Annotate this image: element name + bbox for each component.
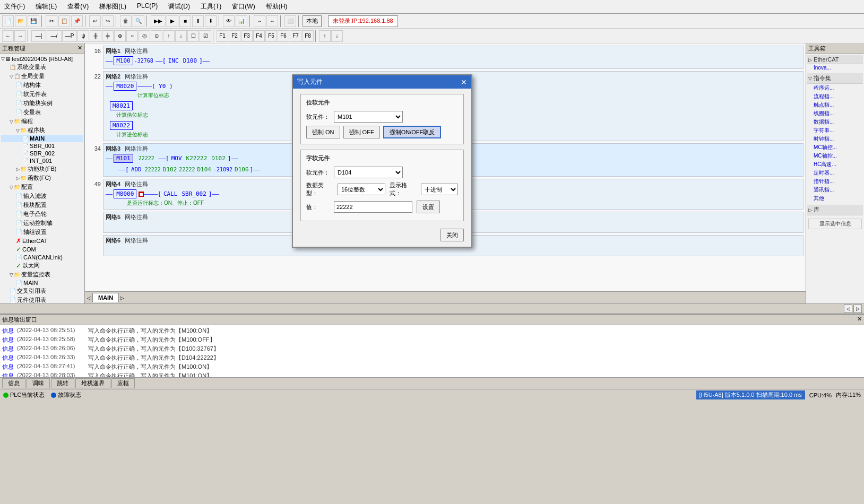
bit-device-select[interactable]: M101 xyxy=(334,111,403,123)
tb2-f4[interactable]: F4 xyxy=(253,30,265,42)
nav-arrow-right[interactable]: ▷ xyxy=(120,295,124,301)
datatype-select[interactable]: 16位整数 xyxy=(338,184,385,195)
tb2-5[interactable]: ╫ xyxy=(90,30,101,42)
contact-m8020[interactable]: M8020 xyxy=(114,82,136,91)
tb2-4[interactable]: ψ xyxy=(77,30,89,42)
menu-edit[interactable]: 编辑(E) xyxy=(33,1,59,12)
tb2-8[interactable]: ○ xyxy=(126,30,138,42)
local-button[interactable]: 本地 xyxy=(303,15,322,27)
tb-io[interactable]: ⬜ xyxy=(284,15,296,27)
tree-devuse[interactable]: 📄 元件使用表 xyxy=(1,296,83,303)
tree-struct[interactable]: 📄 结构体 xyxy=(1,81,83,90)
menu-help[interactable]: 帮助(H) xyxy=(264,1,290,12)
tree-ethernet[interactable]: ✓ 以太网 xyxy=(1,261,83,270)
tree-varmon[interactable]: ▽ 📁 变量监控表 xyxy=(1,270,83,279)
tb2-next[interactable]: → xyxy=(14,30,26,42)
tree-ethercat[interactable]: ✗ EtherCAT xyxy=(1,237,83,245)
tree-sbr002[interactable]: 📄 SBR_002 xyxy=(1,150,83,157)
tb2-down[interactable]: ↓ xyxy=(331,30,343,42)
tree-sbr001[interactable]: 📄 SBR_001 xyxy=(1,142,83,150)
tb-save[interactable]: 💾 xyxy=(28,15,39,27)
tb-plc-right[interactable]: → xyxy=(254,15,265,27)
menu-plc[interactable]: PLC(P) xyxy=(135,1,160,12)
tree-axisgroup[interactable]: 📄 轴组设置 xyxy=(1,228,83,237)
info-nav-left[interactable]: ◁ xyxy=(844,305,852,313)
instr-coil[interactable]: 线圈指... xyxy=(811,109,863,118)
tb-search[interactable]: 🔍 xyxy=(133,15,144,27)
tree-vartable[interactable]: 📄 变量表 xyxy=(1,108,83,117)
instr-clock[interactable]: 时钟指... xyxy=(811,135,863,143)
close-button[interactable]: 关闭 xyxy=(440,229,464,241)
tree-fbinst[interactable]: 📄 功能块实例 xyxy=(1,99,83,108)
tb2-f8[interactable]: F8 xyxy=(302,30,314,42)
tree-devtable[interactable]: 📄 软元件表 xyxy=(1,90,83,99)
tb-plc-left[interactable]: ← xyxy=(266,15,278,27)
instructions-section-title[interactable]: ▽ 指令集 xyxy=(807,73,863,84)
tb-compile2[interactable]: ▶ xyxy=(167,15,178,27)
set-button[interactable]: 设置 xyxy=(417,201,440,213)
instr-flow[interactable]: 流程指... xyxy=(811,92,863,101)
tree-motionaxis[interactable]: 📄 运动控制轴 xyxy=(1,219,83,228)
tree-inputfilter[interactable]: 📄 输入滤波 xyxy=(1,192,83,201)
menu-tools[interactable]: 工具(T) xyxy=(198,1,223,12)
instr-comm[interactable]: 通讯指... xyxy=(811,186,863,194)
menu-window[interactable]: 窗口(W) xyxy=(230,1,257,12)
tb-stop[interactable]: ■ xyxy=(179,15,191,27)
tb-open[interactable]: 📂 xyxy=(15,15,27,27)
btab-info[interactable]: 信息 xyxy=(2,378,25,388)
instr-mc2[interactable]: MC轴控... xyxy=(811,152,863,160)
tb2-13[interactable]: ☐ xyxy=(187,30,199,42)
tb-delete[interactable]: 🗑 xyxy=(120,15,132,27)
tb2-2[interactable]: —/ xyxy=(47,30,62,42)
instr-program[interactable]: 程序运... xyxy=(811,84,863,92)
tb2-10[interactable]: ⊙ xyxy=(151,30,162,42)
tree-ecam[interactable]: 📄 电子凸轮 xyxy=(1,210,83,219)
word-device-select[interactable]: D104 xyxy=(334,167,403,178)
lib-section-title[interactable]: ▷ 库 xyxy=(807,205,863,215)
menu-debug[interactable]: 调试(D) xyxy=(166,1,192,12)
tb-compile[interactable]: ▶▶ xyxy=(151,15,166,27)
instr-string[interactable]: 字符串... xyxy=(811,126,863,135)
tree-canlink[interactable]: 📄 CAN(CANLink) xyxy=(1,254,83,261)
tb-download[interactable]: ⬇ xyxy=(205,15,217,27)
value-input[interactable] xyxy=(334,201,412,213)
tb-undo[interactable]: ↩ xyxy=(89,15,101,27)
tb-monitor[interactable]: 👁 xyxy=(223,15,235,27)
instr-pointer[interactable]: 指针指... xyxy=(811,177,863,186)
tb2-f1[interactable]: F1 xyxy=(217,30,228,42)
tb2-f2[interactable]: F2 xyxy=(229,30,240,42)
tb2-f5[interactable]: F5 xyxy=(265,30,277,42)
tb-monitor2[interactable]: 📊 xyxy=(236,15,247,27)
tree-fc[interactable]: ▷ 📁 函数(FC) xyxy=(1,173,83,183)
ip-button[interactable]: 未登录:IP:192.168.1.88 xyxy=(328,15,398,27)
tb-copy[interactable]: 📋 xyxy=(58,15,70,27)
tb2-11[interactable]: ↑ xyxy=(163,30,175,42)
instr-contact[interactable]: 触点指... xyxy=(811,101,863,109)
tree-moduleconfig[interactable]: 📄 模块配置 xyxy=(1,201,83,210)
info-nav-right[interactable]: ▷ xyxy=(853,305,862,313)
show-selected-btn[interactable]: 显示选中信息 xyxy=(808,219,862,229)
tree-int001[interactable]: 📄 INT_001 xyxy=(1,157,83,164)
contact-m101[interactable]: M101 xyxy=(114,154,133,163)
ethercat-section-title[interactable]: ▷ EtherCAT xyxy=(807,55,863,64)
tb2-12[interactable]: ↓ xyxy=(175,30,187,42)
tree-fb[interactable]: ▷ 📁 功能块(FB) xyxy=(1,164,83,173)
tb-new[interactable]: 📄 xyxy=(2,15,14,27)
panel-close-icon[interactable]: ✕ xyxy=(77,45,82,53)
info-scroll-area[interactable]: 信息 (2022-04-13 08:25:51) 写入命令执行正确，写入的元件为… xyxy=(0,325,864,377)
instr-mc1[interactable]: MC轴控... xyxy=(811,143,863,152)
force-toggle-button[interactable]: 强制ON/OFF取反 xyxy=(383,126,442,138)
instr-other[interactable]: 其他 xyxy=(811,194,863,203)
tree-programming[interactable]: ▽ 📁 编程 xyxy=(1,117,83,126)
tb-redo[interactable]: ↪ xyxy=(102,15,114,27)
force-off-button[interactable]: 强制 OFF xyxy=(343,126,380,138)
tb2-prev[interactable]: ← xyxy=(2,30,14,42)
tree-crossref[interactable]: 📄 交叉引用表 xyxy=(1,286,83,296)
nav-arrow-left[interactable]: ◁ xyxy=(87,295,91,301)
force-on-button[interactable]: 强制 ON xyxy=(306,126,340,138)
ethercat-item-inova[interactable]: Inova... xyxy=(811,64,863,71)
tree-globalvar[interactable]: ▽ 📋 全局变量 xyxy=(1,72,83,81)
display-fmt-select[interactable]: 十进制 xyxy=(421,184,458,195)
contact-m100[interactable]: M100 xyxy=(114,56,133,65)
contact-m8000[interactable]: M8000 xyxy=(114,189,136,198)
